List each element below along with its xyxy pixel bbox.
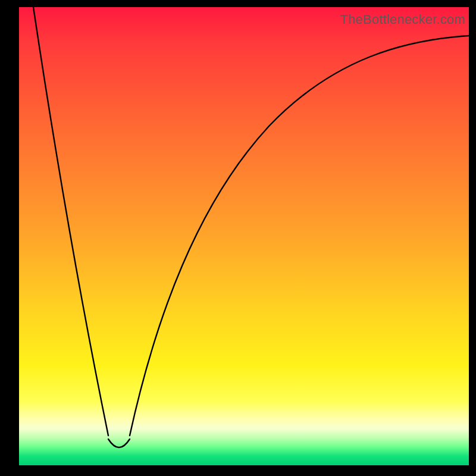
- curve-left-branch: [33, 7, 108, 436]
- chart-frame: TheBottlenecker.com: [0, 0, 476, 476]
- curve-right-branch: [130, 36, 469, 436]
- bottleneck-curve: [19, 7, 469, 465]
- optimal-dip-marker: [108, 439, 130, 447]
- chart-plot-area: TheBottlenecker.com: [19, 7, 469, 465]
